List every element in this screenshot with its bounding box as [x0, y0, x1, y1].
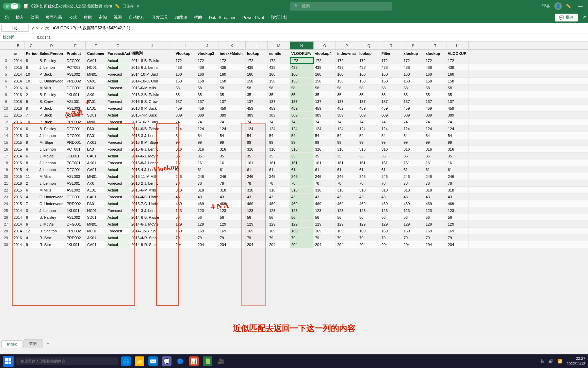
- cell-v9[interactable]: 35: [358, 153, 380, 159]
- cell-product[interactable]: ASL001: [65, 98, 86, 105]
- cell-helper[interactable]: 2015-7-P. Buck: [130, 112, 174, 118]
- cell-v11[interactable]: 124: [402, 125, 424, 132]
- cell-v11[interactable]: 74: [402, 119, 424, 125]
- cell-person[interactable]: M.Mills: [38, 173, 65, 180]
- cell-v6[interactable]: 469: [290, 200, 314, 207]
- cell-v3[interactable]: 35: [218, 91, 246, 98]
- cell-v13[interactable]: 160: [446, 71, 469, 77]
- cell-v13[interactable]: 204: [446, 241, 469, 248]
- cell-v10[interactable]: 54: [380, 132, 402, 139]
- cell-v5[interactable]: 58: [268, 85, 290, 91]
- formula-expand-icon[interactable]: ∨: [31, 26, 34, 31]
- cell-v13[interactable]: 35: [446, 153, 469, 159]
- cell-v3[interactable]: 160: [218, 71, 246, 77]
- cell-v7[interactable]: 43: [314, 194, 336, 200]
- menu-preview[interactable]: 预览计划: [267, 13, 291, 22]
- cell-v6[interactable]: 169: [290, 228, 314, 234]
- col-header-s[interactable]: S: [402, 42, 424, 49]
- cell-v5[interactable]: 246: [268, 173, 290, 180]
- cell-v6[interactable]: 318: [290, 187, 314, 193]
- cell-type[interactable]: Forecast: [106, 85, 130, 91]
- col-header-u[interactable]: U: [446, 42, 469, 49]
- cell-customer[interactable]: PA01: [86, 98, 106, 105]
- cell-year[interactable]: 2016: [12, 180, 24, 186]
- sheet-tab-data[interactable]: 数据: [23, 339, 43, 348]
- cell-type[interactable]: Forecast: [106, 98, 130, 105]
- cell-v1[interactable]: 54: [174, 132, 196, 139]
- cell-v10[interactable]: 438: [380, 64, 402, 71]
- cell-v5[interactable]: 123: [268, 207, 290, 214]
- cell-v7[interactable]: 316: [314, 146, 336, 152]
- cell-year[interactable]: 2016: [12, 234, 24, 241]
- cell-customer[interactable]: AK01: [86, 139, 106, 145]
- cell-v7[interactable]: 169: [314, 228, 336, 234]
- cell-v7[interactable]: 99: [314, 139, 336, 145]
- cell-v13[interactable]: 318: [446, 187, 469, 193]
- cell-type[interactable]: Forecast: [106, 194, 130, 200]
- cell-period[interactable]: 9: [24, 105, 38, 111]
- cell-v2[interactable]: 169: [196, 228, 218, 234]
- cell-v11[interactable]: 123: [402, 207, 424, 214]
- cell-v4[interactable]: 389: [246, 112, 268, 118]
- cell-v5[interactable]: 79: [268, 234, 290, 241]
- cell-v12[interactable]: 389: [424, 112, 446, 118]
- cell-v7[interactable]: 161: [314, 159, 336, 166]
- cell-type[interactable]: Forecast: [106, 119, 130, 125]
- cell-product[interactable]: PCT002: [65, 64, 86, 71]
- cell-v7[interactable]: 158: [314, 78, 336, 84]
- cell-customer[interactable]: PA01: [86, 85, 106, 91]
- menu-formula[interactable]: 公式: [65, 13, 80, 22]
- cell-v12[interactable]: 78: [424, 180, 446, 186]
- cell-type[interactable]: Actual: [106, 173, 130, 180]
- cell-helper[interactable]: 2015-4-J. Lennc: [130, 166, 174, 173]
- cell-customer[interactable]: PA0: [86, 125, 106, 132]
- cell-v8[interactable]: 316: [336, 146, 358, 152]
- cell-v2[interactable]: 137: [196, 98, 218, 105]
- cell-product[interactable]: PRD001: [65, 139, 86, 145]
- cell-v7[interactable]: 124: [314, 125, 336, 132]
- menu-review[interactable]: 审阅: [95, 13, 110, 22]
- menu-addins[interactable]: 加载项: [172, 13, 191, 22]
- cell-v9[interactable]: 61: [358, 166, 380, 173]
- cell-v3[interactable]: 61: [218, 166, 246, 173]
- cell-v6[interactable]: 459: [290, 105, 314, 111]
- cell-v8[interactable]: 318: [336, 187, 358, 193]
- cell-v11[interactable]: 158: [402, 78, 424, 84]
- cell-person[interactable]: J. Lennon: [38, 132, 65, 139]
- cell-helper[interactable]: 2016-4-R. Star-: [130, 234, 174, 241]
- cell-year[interactable]: 2016: [12, 105, 24, 111]
- cell-v6[interactable]: 35: [290, 153, 314, 159]
- cell-v9[interactable]: 172: [358, 57, 380, 64]
- cell-year[interactable]: 2015: [12, 139, 24, 145]
- cell-v13[interactable]: 61: [446, 166, 469, 173]
- cell-v13[interactable]: 35: [446, 91, 469, 98]
- col-header-l[interactable]: L: [246, 42, 268, 49]
- cell-v4[interactable]: 79: [246, 234, 268, 241]
- cell-v3[interactable]: 78: [218, 180, 246, 186]
- cell-v10[interactable]: 79: [380, 234, 402, 241]
- cell-v6[interactable]: 158: [290, 78, 314, 84]
- cell-year[interactable]: 2014: [12, 78, 24, 84]
- cell-v11[interactable]: 318: [402, 187, 424, 193]
- cell-v12[interactable]: 161: [424, 159, 446, 166]
- autosave-toggle[interactable]: 存 开: [3, 3, 21, 10]
- cell-v13[interactable]: 58: [446, 85, 469, 91]
- cell-v3[interactable]: 158: [218, 78, 246, 84]
- cell-v13[interactable]: 74: [446, 119, 469, 125]
- cell-v10[interactable]: 161: [380, 159, 402, 166]
- cell-customer[interactable]: MN01: [86, 173, 106, 180]
- expand-icon[interactable]: ⊞: [583, 15, 587, 20]
- cell-v5[interactable]: 35: [268, 153, 290, 159]
- cell-v6[interactable]: 35: [290, 91, 314, 98]
- cell-period[interactable]: 10: [24, 71, 38, 77]
- cell-v13[interactable]: 316: [446, 146, 469, 152]
- cell-product[interactable]: ASL001: [65, 180, 86, 186]
- cell-customer[interactable]: AK01: [86, 234, 106, 241]
- cell-v8[interactable]: 99: [336, 139, 358, 145]
- formula-cancel-icon[interactable]: ✕: [36, 26, 39, 31]
- cell-v8[interactable]: 169: [336, 228, 358, 234]
- cell-v11[interactable]: 61: [402, 166, 424, 173]
- cell-v11[interactable]: 204: [402, 241, 424, 248]
- cell-year[interactable]: 2014: [12, 153, 24, 159]
- cell-product[interactable]: ASL002: [65, 214, 86, 220]
